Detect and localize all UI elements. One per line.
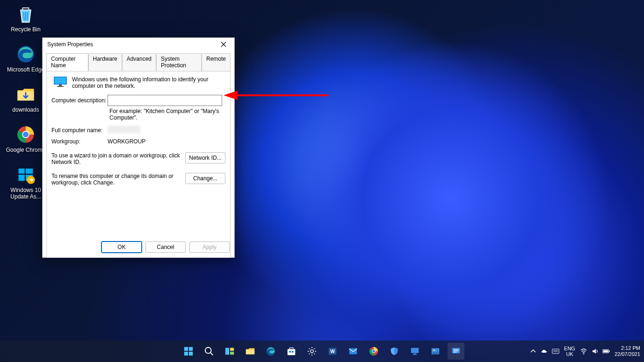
full-computer-name-label: Full computer name: <box>51 127 108 134</box>
tab-advanced[interactable]: Advanced <box>122 53 156 71</box>
svg-line-20 <box>210 353 213 355</box>
tab-computer-name[interactable]: Computer Name <box>46 53 88 71</box>
chrome-taskbar-button[interactable] <box>365 343 382 360</box>
tab-remote[interactable]: Remote <box>202 53 231 71</box>
svg-rect-12 <box>57 86 64 87</box>
svg-rect-6 <box>19 175 25 181</box>
remote-desktop-button[interactable] <box>406 343 423 360</box>
windows-icon <box>183 346 194 356</box>
svg-point-3 <box>23 132 29 137</box>
date: 22/07/2021 <box>615 351 640 357</box>
task-view-icon <box>224 346 235 356</box>
clock[interactable]: 2:12 PM 22/07/2021 <box>615 345 640 357</box>
onedrive-icon <box>541 348 548 355</box>
system-properties-dialog: System Properties Computer Name Hardware… <box>42 37 235 258</box>
svg-rect-36 <box>413 354 416 355</box>
photos-icon <box>430 346 441 356</box>
settings-button[interactable] <box>304 343 320 360</box>
svg-rect-22 <box>230 348 233 351</box>
svg-rect-27 <box>291 351 293 353</box>
desktop-icon-edge[interactable]: Microsoft Edge <box>5 44 47 73</box>
change-description: To rename this computer or change its do… <box>51 173 181 186</box>
search-icon <box>204 346 214 356</box>
security-button[interactable] <box>386 343 403 360</box>
edge-icon <box>266 346 276 356</box>
chevron-up-icon <box>529 348 537 355</box>
svg-rect-37 <box>412 354 417 355</box>
monitor-icon <box>53 76 67 87</box>
network-id-description: To use a wizard to join a domain or work… <box>51 152 181 165</box>
svg-point-39 <box>433 349 435 351</box>
folder-icon <box>245 346 255 356</box>
mail-icon <box>348 346 358 356</box>
tab-hardware[interactable]: Hardware <box>88 53 122 71</box>
svg-point-28 <box>310 350 313 353</box>
keyboard-icon <box>552 348 559 355</box>
network-sound-battery[interactable] <box>580 348 610 355</box>
svg-rect-18 <box>188 352 192 355</box>
svg-rect-5 <box>26 169 33 174</box>
system-tray[interactable] <box>529 348 559 355</box>
network-id-button[interactable]: Network ID... <box>185 152 225 163</box>
mail-button[interactable] <box>345 343 362 360</box>
taskbar-right: ENG UK 2:12 PM 22/07/2021 <box>529 345 640 357</box>
svg-rect-47 <box>603 350 608 352</box>
svg-rect-23 <box>230 352 233 355</box>
svg-rect-17 <box>184 352 188 355</box>
start-button[interactable] <box>180 343 197 360</box>
close-button[interactable] <box>216 39 232 50</box>
battery-icon <box>602 348 610 355</box>
tab-system-protection[interactable]: System Protection <box>156 53 202 71</box>
desktop-icon-recycle-bin[interactable]: Recycle Bin <box>5 4 47 33</box>
computer-description-input[interactable] <box>108 95 222 106</box>
desktop-icon-label: Microsoft Edge <box>7 66 44 73</box>
recycle-bin-icon <box>15 4 36 24</box>
desktop-icon-label: downloads <box>12 106 39 113</box>
folder-icon <box>15 84 36 105</box>
dialog-titlebar[interactable]: System Properties <box>43 38 234 51</box>
chrome-icon <box>15 124 36 145</box>
store-button[interactable] <box>283 343 300 360</box>
edge-taskbar-button[interactable] <box>262 343 279 360</box>
svg-rect-31 <box>349 348 357 355</box>
search-button[interactable] <box>201 343 217 360</box>
desktop-icon-label: Recycle Bin <box>11 26 40 33</box>
svg-point-19 <box>205 348 211 354</box>
photos-button[interactable] <box>427 343 444 360</box>
svg-rect-41 <box>552 349 559 354</box>
windows-update-icon <box>15 164 36 185</box>
chrome-icon <box>369 346 379 356</box>
description-example: For example: "Kitchen Computer" or "Mary… <box>109 108 219 121</box>
workgroup-value: WORKGROUP <box>108 138 145 145</box>
desktop-icon-chrome[interactable]: Google Chrome <box>5 124 47 153</box>
file-explorer-button[interactable] <box>242 343 259 360</box>
task-view-button[interactable] <box>221 343 238 360</box>
lang-code: ENG <box>564 346 575 351</box>
tab-page-computer-name: Windows uses the following information t… <box>46 71 231 258</box>
svg-rect-26 <box>289 351 291 353</box>
wifi-icon <box>580 348 587 355</box>
change-button[interactable]: Change... <box>185 173 225 184</box>
language-indicator[interactable]: ENG UK <box>564 346 575 357</box>
close-icon <box>221 42 226 47</box>
desktop-icon-win10-update[interactable]: Windows 10 Update As... <box>5 164 47 200</box>
desktop[interactable]: Recycle Bin Microsoft Edge downloads Goo… <box>0 0 644 362</box>
apply-button[interactable]: Apply <box>189 241 230 253</box>
workgroup-label: Workgroup: <box>51 138 108 145</box>
system-icon <box>451 346 461 356</box>
annotation-arrow <box>224 89 331 102</box>
desktop-icon-downloads[interactable]: downloads <box>5 84 47 113</box>
time: 2:12 PM <box>615 345 640 351</box>
active-app-button[interactable] <box>448 343 464 360</box>
svg-rect-35 <box>411 348 419 353</box>
svg-rect-11 <box>59 85 62 86</box>
gear-icon <box>307 346 317 356</box>
svg-rect-10 <box>55 78 66 84</box>
ok-button[interactable]: OK <box>101 241 142 253</box>
svg-rect-16 <box>188 347 192 351</box>
full-computer-name-value <box>108 126 140 135</box>
word-button[interactable]: W <box>324 343 341 360</box>
dialog-title: System Properties <box>47 41 216 48</box>
cancel-button[interactable]: Cancel <box>145 241 186 253</box>
lang-region: UK <box>564 351 575 357</box>
